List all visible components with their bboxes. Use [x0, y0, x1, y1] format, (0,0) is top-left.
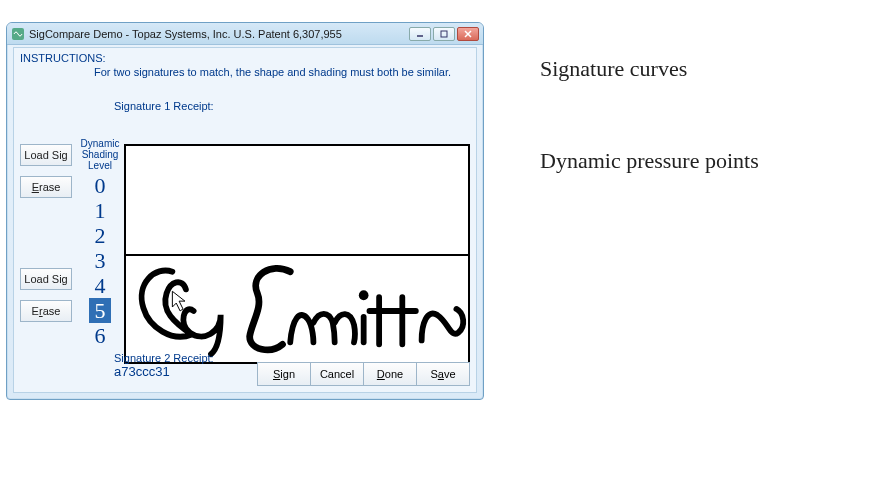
save-button[interactable]: Save — [416, 362, 470, 386]
client-area: INSTRUCTIONS: For two signatures to matc… — [13, 47, 477, 393]
shading-level-6[interactable]: 6 — [89, 323, 111, 348]
signature-2-canvas[interactable] — [126, 254, 468, 362]
shading-level-3[interactable]: 3 — [89, 248, 111, 273]
shading-header: Dynamic Shading Level — [80, 138, 120, 171]
erase-1-button[interactable]: Erase — [20, 176, 72, 198]
shading-level-0[interactable]: 0 — [89, 173, 111, 198]
load-sig-2-button[interactable]: Load Sig — [20, 268, 72, 290]
annotation-signature-curves: Signature curves — [540, 56, 687, 82]
close-button[interactable] — [457, 27, 479, 41]
titlebar[interactable]: SigCompare Demo - Topaz Systems, Inc. U.… — [7, 23, 483, 45]
shading-level-2[interactable]: 2 — [89, 223, 111, 248]
sign-button[interactable]: Sign — [257, 362, 311, 386]
shading-level-5[interactable]: 5 — [89, 298, 111, 323]
window-title: SigCompare Demo - Topaz Systems, Inc. U.… — [29, 28, 409, 40]
done-button[interactable]: Done — [363, 362, 417, 386]
annotation-pressure-points: Dynamic pressure points — [540, 148, 759, 174]
app-window: SigCompare Demo - Topaz Systems, Inc. U.… — [6, 22, 484, 400]
minimize-button[interactable] — [409, 27, 431, 41]
shading-level-1[interactable]: 1 — [89, 198, 111, 223]
cancel-button[interactable]: Cancel — [310, 362, 364, 386]
maximize-button[interactable] — [433, 27, 455, 41]
signature-panels — [124, 144, 470, 364]
svg-rect-2 — [441, 31, 447, 37]
shading-level-4[interactable]: 4 — [89, 273, 111, 298]
shading-panel: Dynamic Shading Level 0123456 — [80, 138, 120, 348]
load-sig-1-button[interactable]: Load Sig — [20, 144, 72, 166]
svg-point-5 — [359, 290, 369, 300]
instructions-label: INSTRUCTIONS: — [20, 52, 470, 64]
signature1-label: Signature 1 Receipt: — [114, 100, 476, 112]
instructions-text: For two signatures to match, the shape a… — [94, 66, 470, 78]
mouse-cursor-icon — [172, 291, 185, 311]
app-icon — [11, 27, 25, 41]
erase-2-button[interactable]: Erase — [20, 300, 72, 322]
